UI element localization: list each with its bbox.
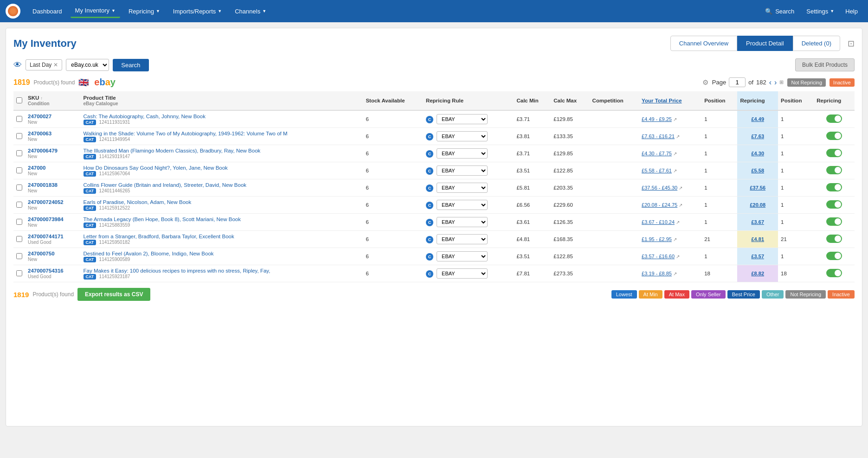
- channel-select[interactable]: eBay.co.uk eBay.com Amazon: [66, 59, 109, 71]
- row-checkbox[interactable]: [16, 202, 22, 208]
- legend-at-min[interactable]: At Min: [639, 290, 662, 299]
- your-price-link[interactable]: £4.49 - £9.25: [642, 116, 672, 122]
- legend-lowest[interactable]: Lowest: [611, 290, 637, 299]
- nav-dashboard[interactable]: Dashboard: [28, 5, 67, 18]
- tab-deleted[interactable]: Deleted (0): [793, 36, 840, 51]
- row-checkbox[interactable]: [16, 253, 22, 259]
- repricing-toggle[interactable]: [826, 217, 842, 226]
- row-checkbox[interactable]: [16, 236, 22, 242]
- legend-other[interactable]: Other: [762, 290, 784, 299]
- legend-not-repricing[interactable]: Not Repricing: [785, 290, 826, 299]
- sku-link[interactable]: 247000744171: [28, 234, 64, 239]
- external-link-icon[interactable]: ↗: [679, 185, 682, 191]
- product-title-link[interactable]: How Do Dinosaurs Say Good Night?, Yolen,…: [84, 165, 228, 171]
- toggle-cell[interactable]: [814, 128, 855, 145]
- repricing-toggle[interactable]: [826, 252, 842, 260]
- rule-select[interactable]: EBAY: [437, 183, 488, 193]
- row-checkbox[interactable]: [16, 150, 22, 156]
- your-price-link[interactable]: £37.56 - £45.30: [642, 185, 677, 191]
- nav-my-inventory[interactable]: My Inventory ▼: [71, 4, 120, 18]
- repricing-toggle[interactable]: [826, 269, 842, 277]
- rule-select[interactable]: EBAY: [437, 200, 488, 210]
- repricing-price-link[interactable]: £4.81: [751, 236, 764, 242]
- rule-select[interactable]: EBAY: [437, 217, 488, 227]
- product-title-link[interactable]: Collins Flower Guide (Britain and Irelan…: [84, 182, 247, 188]
- legend-at-max[interactable]: At Max: [664, 290, 689, 299]
- toggle-cell[interactable]: [814, 110, 855, 128]
- tab-product-detail[interactable]: Product Detail: [737, 36, 793, 51]
- repricing-price-cell[interactable]: £4.30: [737, 145, 778, 162]
- rule-select[interactable]: EBAY: [437, 148, 488, 159]
- toggle-cell[interactable]: [814, 265, 855, 282]
- repricing-price-cell[interactable]: £7.63: [737, 128, 778, 145]
- nav-help-button[interactable]: Help: [841, 5, 862, 18]
- product-title-link[interactable]: Destined to Feel (Avalon 2), Bloome, Ind…: [84, 251, 214, 256]
- product-title-link[interactable]: Earls of Paradise, Nicolson, Adam, New B…: [84, 199, 192, 205]
- row-checkbox[interactable]: [16, 270, 22, 276]
- repricing-price-cell[interactable]: £3.57: [737, 248, 778, 265]
- your-price-link[interactable]: £4.30 - £7.75: [642, 151, 672, 156]
- product-title-link[interactable]: Cash: The Autobiography, Cash, Johnny, N…: [84, 114, 206, 119]
- product-title-link[interactable]: The Illustrated Man (Flamingo Modern Cla…: [84, 148, 261, 153]
- page-input[interactable]: [729, 77, 746, 87]
- toggle-cell[interactable]: [814, 231, 855, 248]
- row-checkbox[interactable]: [16, 184, 22, 191]
- repricing-toggle[interactable]: [826, 114, 842, 123]
- repricing-price-cell[interactable]: £4.81: [737, 231, 778, 248]
- monitor-icon[interactable]: ⊡: [848, 38, 855, 49]
- bulk-edit-button[interactable]: Bulk Edit Products: [795, 58, 855, 71]
- external-link-icon[interactable]: ↗: [679, 203, 682, 208]
- product-title-link[interactable]: Walking in the Shade: Volume Two of My A…: [84, 131, 288, 136]
- tab-channel-overview[interactable]: Channel Overview: [670, 36, 737, 51]
- sku-link[interactable]: 247000724052: [28, 199, 64, 205]
- repricing-toggle[interactable]: [826, 149, 842, 157]
- row-checkbox[interactable]: [16, 133, 22, 139]
- rule-select[interactable]: EBAY: [437, 131, 488, 141]
- repricing-toggle[interactable]: [826, 132, 842, 140]
- repricing-price-cell[interactable]: £5.58: [737, 162, 778, 179]
- not-repricing-badge[interactable]: Not Repricing: [787, 78, 826, 87]
- your-price-link[interactable]: £3.57 - £16.60: [642, 254, 675, 259]
- toggle-cell[interactable]: [814, 248, 855, 265]
- toggle-cell[interactable]: [814, 214, 855, 231]
- settings-icon[interactable]: ⚙: [702, 78, 708, 87]
- your-price-link[interactable]: £3.19 - £8.85: [642, 271, 672, 276]
- repricing-toggle[interactable]: [826, 166, 842, 174]
- product-title-link[interactable]: Letter from a Stranger, Bradford, Barbar…: [84, 234, 234, 239]
- sku-link[interactable]: 2470001838: [28, 182, 58, 188]
- legend-inactive[interactable]: Inactive: [828, 290, 855, 299]
- sku-link[interactable]: 24700027: [28, 114, 51, 119]
- row-checkbox[interactable]: [16, 219, 22, 225]
- repricing-price-link[interactable]: £4.30: [751, 151, 764, 156]
- sku-link[interactable]: 247000073984: [28, 216, 64, 222]
- export-csv-button[interactable]: Export results as CSV: [77, 288, 150, 301]
- repricing-price-link[interactable]: £5.58: [751, 168, 764, 173]
- your-price-link[interactable]: £20.08 - £24.75: [642, 202, 677, 208]
- rule-select[interactable]: EBAY: [437, 114, 488, 124]
- external-link-icon[interactable]: ↗: [673, 237, 677, 242]
- repricing-price-cell[interactable]: £20.08: [737, 197, 778, 214]
- external-link-icon[interactable]: ↗: [676, 220, 680, 225]
- select-all-checkbox[interactable]: [16, 97, 22, 103]
- sku-link[interactable]: 2470006479: [28, 148, 58, 153]
- toggle-cell[interactable]: [814, 179, 855, 197]
- your-price-link[interactable]: £3.67 - £10.24: [642, 219, 675, 225]
- search-button[interactable]: Search: [113, 59, 148, 71]
- sku-link[interactable]: 247000750: [28, 251, 55, 256]
- eye-icon[interactable]: 👁: [13, 60, 22, 70]
- your-price-link[interactable]: £5.58 - £7.61: [642, 168, 672, 173]
- external-link-icon[interactable]: ↗: [673, 151, 677, 156]
- repricing-price-cell[interactable]: £37.56: [737, 179, 778, 197]
- sku-link[interactable]: 247000754316: [28, 268, 64, 274]
- nav-imports-reports[interactable]: Imports/Reports ▼: [168, 5, 226, 18]
- filter-tag-close[interactable]: ✕: [53, 62, 58, 68]
- external-link-icon[interactable]: ↗: [673, 117, 677, 122]
- toggle-cell[interactable]: [814, 145, 855, 162]
- product-title-link[interactable]: Fay Makes it Easy: 100 delicious recipes…: [84, 268, 270, 274]
- repricing-toggle[interactable]: [826, 183, 842, 191]
- repricing-price-link[interactable]: £7.63: [751, 134, 764, 139]
- your-price-link[interactable]: £7.63 - £16.21: [642, 134, 675, 139]
- toggle-cell[interactable]: [814, 197, 855, 214]
- toggle-cell[interactable]: [814, 162, 855, 179]
- external-link-icon[interactable]: ↗: [676, 134, 680, 139]
